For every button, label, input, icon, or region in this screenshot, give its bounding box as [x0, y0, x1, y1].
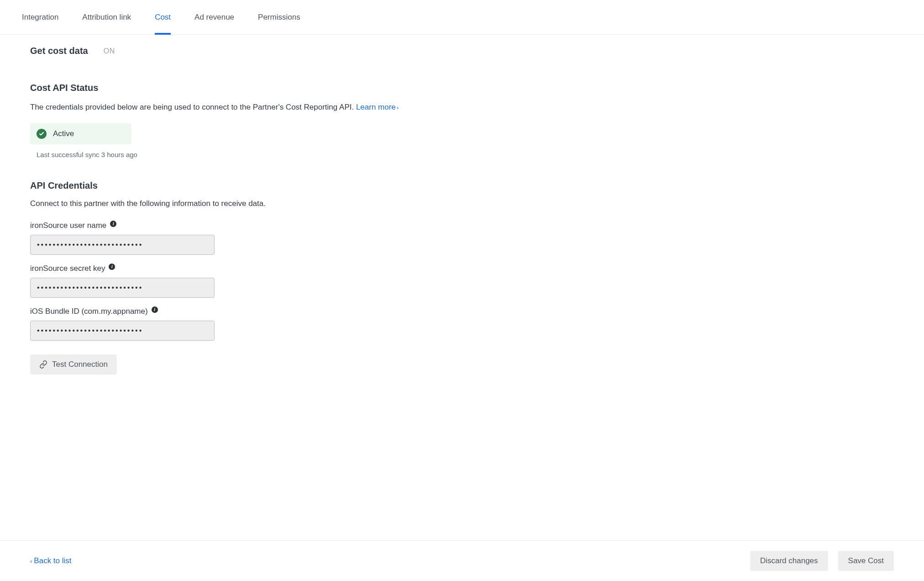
bundle-label: iOS Bundle ID (com.my.appname) [30, 307, 148, 316]
credentials-section: API Credentials Connect to this partner … [30, 180, 894, 375]
tabs-bar: Integration Attribution link Cost Ad rev… [0, 0, 924, 35]
tab-integration[interactable]: Integration [22, 1, 58, 35]
link-icon [39, 360, 47, 369]
save-cost-button[interactable]: Save Cost [838, 551, 894, 571]
tab-permissions[interactable]: Permissions [258, 1, 300, 35]
test-connection-button[interactable]: Test Connection [30, 354, 117, 375]
tab-cost[interactable]: Cost [155, 1, 171, 35]
username-label: ironSource user name [30, 221, 106, 230]
tab-ad-revenue[interactable]: Ad revenue [194, 1, 234, 35]
chevron-left-icon: ‹ [30, 558, 32, 565]
secret-input[interactable] [30, 278, 215, 298]
back-to-list-link[interactable]: ‹ Back to list [30, 556, 72, 565]
info-icon[interactable]: i [109, 264, 115, 270]
tab-attribution-link[interactable]: Attribution link [82, 1, 131, 35]
info-icon[interactable]: i [110, 221, 116, 227]
credentials-section-title: API Credentials [30, 180, 894, 191]
info-icon[interactable]: i [152, 306, 158, 313]
footer-bar: ‹ Back to list Discard changes Save Cost [0, 540, 924, 581]
status-section-title: Cost API Status [30, 83, 894, 93]
learn-more-link[interactable]: Learn more› [356, 103, 399, 111]
back-label: Back to list [34, 556, 71, 565]
header-row: Get cost data ON [30, 46, 894, 56]
discard-changes-button[interactable]: Discard changes [750, 551, 828, 571]
status-section: Cost API Status The credentials provided… [30, 83, 894, 158]
check-circle-icon [37, 129, 47, 139]
sync-text: Last successful sync 3 hours ago [37, 151, 894, 158]
status-badge: Active [30, 123, 131, 144]
status-section-desc: The credentials provided below are being… [30, 101, 894, 113]
credentials-section-desc: Connect to this partner with the followi… [30, 199, 894, 208]
secret-label: ironSource secret key [30, 264, 105, 273]
footer-actions: Discard changes Save Cost [750, 551, 894, 571]
field-bundle: iOS Bundle ID (com.my.appname) i [30, 307, 894, 341]
page-title: Get cost data [30, 46, 88, 56]
status-badge-text: Active [53, 129, 74, 138]
bundle-input[interactable] [30, 321, 215, 341]
toggle-state[interactable]: ON [104, 47, 115, 55]
field-secret: ironSource secret key i [30, 264, 894, 298]
field-username: ironSource user name i [30, 221, 894, 255]
content-area: Get cost data ON Cost API Status The cre… [0, 35, 924, 540]
username-input[interactable] [30, 235, 215, 255]
status-desc-text: The credentials provided below are being… [30, 103, 356, 111]
test-connection-label: Test Connection [52, 360, 108, 369]
chevron-right-icon: › [397, 103, 399, 112]
